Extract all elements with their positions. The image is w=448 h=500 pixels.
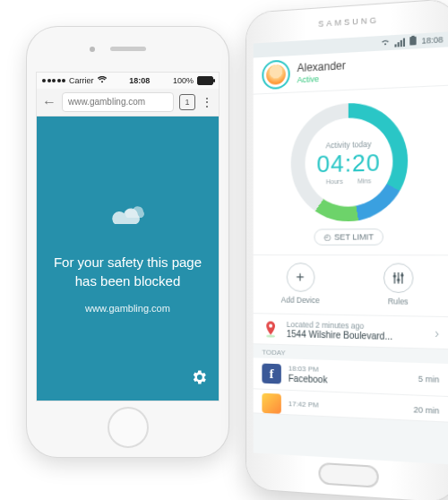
carrier-label: Carrier <box>69 76 94 85</box>
android-clock-label: 18:08 <box>421 35 443 46</box>
app-duration: 5 min <box>418 375 439 384</box>
iphone-camera <box>90 47 95 52</box>
profile-name: Alexander <box>297 60 346 74</box>
set-limit-button[interactable]: ◴ SET LIMIT <box>314 228 383 246</box>
wifi-icon <box>381 38 390 47</box>
iphone-home-button[interactable] <box>108 407 149 448</box>
svg-point-7 <box>401 273 403 276</box>
samsung-device: SAMSUNG 18:08 Alexander Active <box>246 0 448 500</box>
facebook-icon: f <box>262 364 280 384</box>
activity-card: Activity today 04:20 Hours Mins ◴ SET LI… <box>254 86 448 256</box>
battery-pct-label: 100% <box>173 76 194 85</box>
samsung-screen: 18:08 Alexander Active Activity today 04… <box>254 31 448 464</box>
plus-icon: + <box>286 263 314 292</box>
avatar <box>262 59 289 90</box>
iphone-device: Carrier 18:08 100% ← www.gambling.com 1 … <box>27 27 228 457</box>
quick-actions: + Add Device Rules <box>254 255 448 317</box>
settings-button[interactable] <box>190 368 208 390</box>
back-button[interactable]: ← <box>42 94 56 110</box>
battery-icon <box>410 36 417 47</box>
svg-rect-1 <box>412 36 415 38</box>
svg-point-6 <box>396 279 399 281</box>
ios-status-bar: Carrier 18:08 100% <box>37 73 219 89</box>
samsung-home-button[interactable] <box>318 462 378 488</box>
add-device-button[interactable]: + Add Device <box>254 255 349 315</box>
map-pin-icon <box>262 320 279 339</box>
signal-icon <box>395 38 406 47</box>
app-icon <box>262 393 280 414</box>
samsung-body: SAMSUNG 18:08 Alexander Active <box>246 0 448 500</box>
iphone-screen: Carrier 18:08 100% ← www.gambling.com 1 … <box>36 72 220 401</box>
sliders-icon <box>383 263 413 294</box>
battery-icon <box>197 76 213 85</box>
chevron-right-icon: › <box>435 325 439 341</box>
location-address: 1544 Wilshire Boulevard... <box>287 329 427 342</box>
wifi-icon <box>98 76 107 85</box>
tabs-button[interactable]: 1 <box>179 94 195 110</box>
signal-icon <box>42 79 65 82</box>
activity-ring[interactable]: Activity today 04:20 Hours Mins <box>291 100 408 221</box>
rules-button[interactable]: Rules <box>349 255 448 316</box>
svg-rect-0 <box>410 37 417 46</box>
browser-toolbar: ← www.gambling.com 1 ⋮ <box>37 89 219 116</box>
blocked-page: For your safety this page has been block… <box>37 116 219 401</box>
clock-icon: ◴ <box>323 233 331 242</box>
app-time: 17:42 PM <box>289 400 406 414</box>
activity-time: 04:20 <box>316 149 380 179</box>
brand-label: SAMSUNG <box>246 11 448 33</box>
address-bar[interactable]: www.gambling.com <box>62 92 174 112</box>
app-duration: 20 min <box>413 405 439 416</box>
iphone-speaker <box>110 47 146 51</box>
profile-status: Active <box>297 73 346 84</box>
svg-point-5 <box>392 274 395 277</box>
svg-point-9 <box>266 334 275 337</box>
cloud-icon <box>108 204 149 237</box>
blocked-message: For your safety this page has been block… <box>53 253 202 290</box>
clock-label: 18:08 <box>129 76 150 85</box>
menu-icon[interactable]: ⋮ <box>201 96 213 108</box>
hours-label: Hours <box>326 178 343 185</box>
blocked-site-label: www.gambling.com <box>85 303 170 314</box>
mins-label: Mins <box>358 177 371 185</box>
